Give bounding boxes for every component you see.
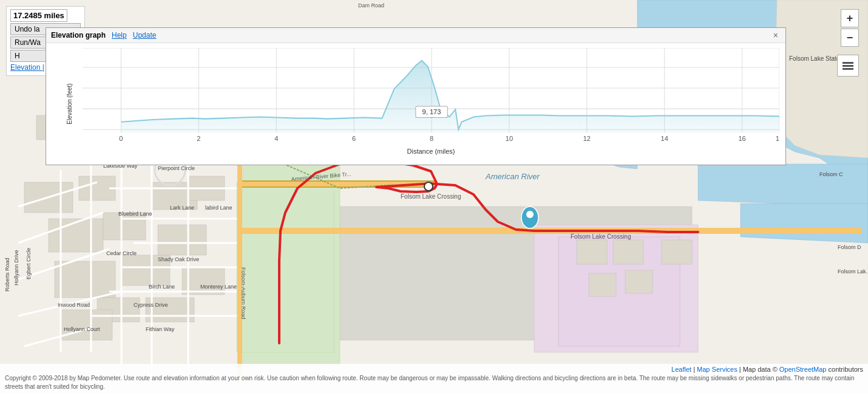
svg-text:10: 10: [506, 135, 513, 142]
elevation-help-link[interactable]: Help: [112, 31, 127, 39]
zoom-out-button[interactable]: −: [841, 29, 859, 47]
svg-text:18: 18: [776, 135, 779, 142]
leaflet-link[interactable]: Leaflet: [671, 366, 691, 373]
svg-rect-21: [146, 298, 194, 322]
svg-text:16: 16: [738, 135, 745, 142]
svg-text:0: 0: [119, 135, 123, 142]
svg-rect-15: [121, 255, 170, 285]
footer-contributors: contributors: [829, 366, 863, 373]
elevation-panel: Elevation graph Help Update × Elevation …: [46, 27, 786, 165]
svg-rect-29: [589, 273, 616, 296]
svg-point-33: [424, 182, 433, 191]
elevation-close-button[interactable]: ×: [771, 30, 781, 40]
svg-point-35: [526, 211, 534, 218]
distance-display: 17.2485 miles: [10, 9, 67, 22]
svg-rect-31: [662, 240, 692, 264]
svg-rect-97: [843, 62, 853, 64]
elevation-header: Elevation graph Help Update ×: [46, 28, 785, 43]
svg-point-36: [529, 219, 531, 222]
svg-text:4: 4: [274, 135, 278, 142]
x-axis-label: Distance (miles): [83, 148, 779, 155]
openstreetmap-link[interactable]: OpenStreetMap: [779, 366, 827, 373]
svg-marker-2: [698, 164, 868, 207]
footer-copyright-text: Copyright © 2009-2018 by Map Pedometer. …: [5, 374, 863, 391]
layers-icon: [841, 59, 855, 72]
elevation-chart-svg: 0 200 400 600 0 2 4 6 8 10 12 14 16 18: [83, 48, 779, 145]
elevation-chart-area: Elevation (feet): [46, 43, 785, 165]
footer-map-data: | Map data ©: [739, 366, 779, 373]
svg-rect-28: [613, 240, 643, 264]
layers-button[interactable]: [837, 55, 859, 77]
svg-rect-14: [55, 261, 115, 298]
footer: Leaflet | Map Services | Map data © Open…: [0, 364, 868, 393]
elevation-title: Elevation graph: [51, 31, 106, 39]
elevation-update-link[interactable]: Update: [133, 31, 157, 39]
svg-rect-30: [625, 270, 653, 293]
map-services-link[interactable]: Map Services: [697, 366, 737, 373]
zoom-controls: + −: [841, 9, 859, 47]
svg-text:9, 173: 9, 173: [422, 108, 441, 115]
svg-rect-19: [158, 225, 206, 255]
svg-text:14: 14: [661, 135, 668, 142]
svg-text:6: 6: [352, 135, 356, 142]
zoom-in-button[interactable]: +: [841, 9, 859, 27]
footer-links: Leaflet | Map Services | Map data © Open…: [5, 366, 863, 373]
map-container: American River Folsom Lake Crossing Fols…: [0, 0, 868, 393]
svg-text:12: 12: [583, 135, 591, 142]
svg-text:2: 2: [197, 135, 200, 142]
svg-rect-99: [843, 68, 853, 70]
svg-marker-3: [741, 203, 868, 243]
svg-rect-13: [103, 213, 146, 240]
elevation-y-axis-label: Elevation (feet): [66, 83, 73, 124]
svg-rect-27: [577, 240, 607, 264]
svg-rect-12: [49, 219, 103, 252]
svg-rect-22: [61, 310, 112, 340]
svg-text:8: 8: [430, 135, 433, 142]
svg-rect-98: [843, 65, 853, 67]
svg-rect-9: [237, 182, 334, 352]
